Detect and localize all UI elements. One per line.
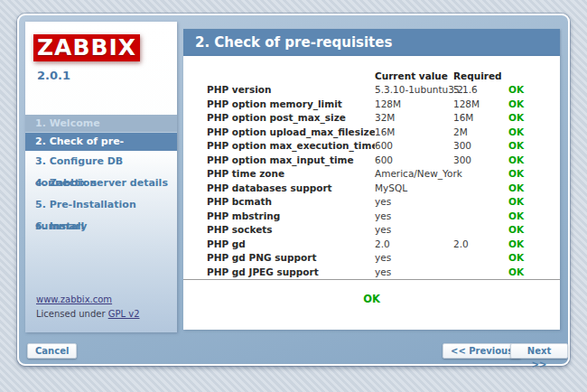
table-row: PHP option max_execution_time 600 300 OK <box>183 139 560 154</box>
version-label: 2.0.1 <box>37 69 70 82</box>
table-row: PHP gd JPEG support yes OK <box>183 266 560 280</box>
setup-wizard-dialog: ZABBIX 2.0.1 1. Welcome2. Check of pre-r… <box>17 14 570 366</box>
col-header-name <box>207 69 375 83</box>
zabbix-site-link[interactable]: www.zabbix.com <box>36 294 140 304</box>
table-header-row: Current value Required <box>183 69 560 83</box>
sidebar-step-1[interactable]: 1. Welcome <box>25 115 177 133</box>
wizard-steps-menu: 1. Welcome2. Check of pre-requisites3. C… <box>25 115 177 238</box>
table-row: PHP gd 2.0 2.0 OK <box>183 238 560 252</box>
sidebar-step-6[interactable]: 6. Install <box>25 216 177 238</box>
col-header-required: Required <box>453 69 508 83</box>
footer-links: www.zabbix.com Licensed under GPL v2 <box>36 294 140 319</box>
table-row: PHP time zone America/New_York OK <box>183 167 560 182</box>
page-title: 2. Check of pre-requisites <box>183 29 560 56</box>
table-row: PHP option upload_max_filesize 16M 2M OK <box>183 126 560 140</box>
table-row: PHP gd PNG support yes OK <box>183 251 560 266</box>
prerequisites-table: Current value Required PHP version 5.3.1… <box>183 69 560 279</box>
zabbix-logo: ZABBIX <box>33 34 140 61</box>
col-header-current-value: Current value <box>375 69 453 83</box>
next-button[interactable]: Next >> <box>510 343 568 359</box>
table-row: PHP bcmath yes OK <box>183 195 560 210</box>
sidebar-step-4[interactable]: 4. Zabbix server details <box>25 173 177 194</box>
table-row: PHP option post_max_size 32M 16M OK <box>183 111 560 126</box>
sidebar-panel: ZABBIX 2.0.1 1. Welcome2. Check of pre-r… <box>25 22 177 332</box>
license-text: Licensed under GPL v2 <box>36 309 140 319</box>
sidebar-step-2[interactable]: 2. Check of pre-requisites <box>25 133 177 151</box>
table-row: PHP databases support MySQL OK <box>183 182 560 196</box>
table-bottom-divider <box>183 279 560 280</box>
gpl-license-link[interactable]: GPL v2 <box>108 309 140 319</box>
table-row: PHP sockets yes OK <box>183 223 560 238</box>
table-row: PHP mbstring yes OK <box>183 210 560 224</box>
table-row: PHP option max_input_time 600 300 OK <box>183 154 560 168</box>
desktop-background: ZABBIX 2.0.1 1. Welcome2. Check of pre-r… <box>0 0 587 392</box>
cancel-button[interactable]: Cancel <box>27 343 77 359</box>
table-row: PHP option memory_limit 128M 128M OK <box>183 98 560 112</box>
sidebar-step-5[interactable]: 5. Pre-Installation summary <box>25 194 177 216</box>
sidebar-step-3[interactable]: 3. Configure DB connection <box>25 151 177 173</box>
overall-status: OK <box>183 293 560 305</box>
table-row: PHP version 5.3.10-1ubuntu3.2 5.1.6 OK <box>183 83 560 98</box>
prerequisites-content: Current value Required PHP version 5.3.1… <box>183 56 560 330</box>
